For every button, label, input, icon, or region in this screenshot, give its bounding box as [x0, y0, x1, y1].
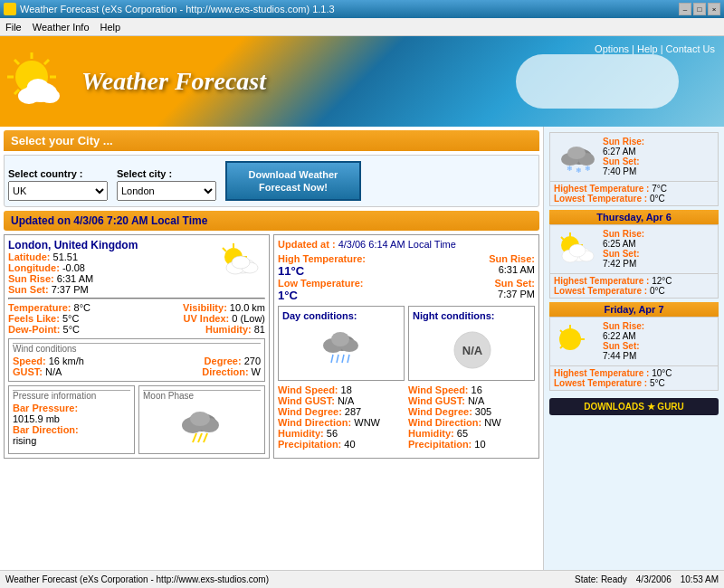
logo-icon	[0, 45, 72, 118]
maximize-button[interactable]: □	[693, 3, 706, 15]
dew-humidity-row: Dew-Point: 5°C Humidity: 81	[8, 324, 265, 335]
wind-direction-value: W	[252, 366, 261, 377]
visibility-label: Visibility:	[183, 302, 227, 313]
left-panel: Select your City ... Select country : UK…	[0, 127, 543, 570]
statusbar-left: Weather Forecast (eXs Corporation - http…	[5, 574, 269, 584]
thursday-temps: Highest Temperature : 12°C Lowest Temper…	[549, 274, 719, 299]
feels-label: Feels Like:	[8, 313, 60, 324]
svg-line-25	[193, 433, 196, 442]
select-city-header: Select your City ...	[4, 130, 539, 151]
wdir-night-label: Wind Direction:	[408, 417, 481, 428]
city-select[interactable]: London	[117, 181, 216, 201]
state-indicator: State: Ready	[575, 574, 627, 584]
app-icon	[4, 3, 16, 15]
sidebar-thursday-text: Sun Rise: 6:25 AM Sun Set: 7:42 PM	[603, 229, 714, 270]
humidity-label: Humidity:	[205, 324, 252, 335]
svg-text:❄: ❄	[576, 166, 582, 175]
header-banner: Weather Forecast Options | Help | Contac…	[0, 36, 724, 127]
city-selector: Select city : London	[117, 168, 216, 201]
fri-sun-set-value: 7:44 PM	[603, 351, 714, 361]
sun-rise-right-label: Sun Rise:	[410, 253, 535, 264]
day-data: Wind Speed: 18 Wind GUST: N/A Wind Degre…	[278, 384, 405, 450]
thu-low-value: 0°C	[650, 286, 665, 296]
hum-night-label: Humidity:	[408, 428, 454, 439]
wg-day-label: Wind GUST:	[278, 395, 335, 406]
wind-gust-label: GUST:	[13, 366, 43, 377]
humidity-value: 81	[254, 324, 265, 335]
svg-point-20	[232, 256, 250, 269]
header-links[interactable]: Options | Help | Contact Us	[595, 43, 715, 54]
day-conditions-icon	[282, 325, 400, 376]
longitude-label: Longitude:	[8, 262, 60, 273]
country-select[interactable]: UK	[8, 181, 108, 201]
app-title: Weather Forecast	[81, 67, 266, 96]
svg-line-8	[14, 90, 19, 94]
svg-line-5	[14, 60, 19, 64]
menu-file[interactable]: File	[5, 22, 22, 33]
close-button[interactable]: ×	[708, 3, 720, 15]
wind-degree-value: 270	[244, 356, 261, 366]
updated-detail: Updated at : 4/3/06 6:14 AM Local Time	[278, 239, 535, 250]
window-title: Weather Forecast (eXs Corporation - http…	[20, 4, 335, 14]
today-sun-set-value: 7:40 PM	[603, 166, 714, 176]
sidebar-thursday-content: Sun Rise: 6:25 AM Sun Set: 7:42 PM	[549, 224, 719, 274]
menu-help[interactable]: Help	[100, 22, 121, 33]
sidebar-friday-icon	[554, 321, 599, 362]
night-conditions-title: Night conditions:	[413, 310, 530, 321]
today-sun-rise-label: Sun Rise:	[603, 137, 644, 147]
low-temp-value: 1°C	[278, 289, 403, 302]
svg-line-16	[223, 248, 226, 251]
menu-weather-info[interactable]: Weather Info	[33, 22, 90, 33]
svg-point-24	[190, 412, 210, 426]
high-temp-section: High Temperature: 11°C	[278, 253, 403, 278]
prec-day-val: 40	[344, 439, 355, 450]
temp-label: Temperature:	[8, 302, 71, 313]
minimize-button[interactable]: –	[679, 3, 691, 15]
thu-sun-rise-label: Sun Rise:	[603, 229, 644, 239]
friday-header: Friday, Apr 7	[549, 302, 719, 317]
prec-night-label: Precipitation:	[408, 439, 472, 450]
dew-label: Dew-Point:	[8, 324, 60, 335]
fri-high-label: Highest Temperature :	[554, 368, 649, 378]
bar-label: Bar Pressure:	[13, 403, 78, 413]
wind-row2: GUST: N/A Direction: W	[13, 366, 261, 377]
svg-point-12	[27, 79, 49, 95]
high-temp-label: High Temperature:	[278, 253, 366, 264]
pressure-section: Pressure information Bar Pressure: 1015.…	[8, 385, 135, 454]
sun-rise-right-value: 6:31 AM	[410, 264, 535, 275]
friday-temps: Highest Temperature : 10°C Lowest Temper…	[549, 366, 719, 391]
sidebar-today-content: ❄ ❄ ❄ Sun Rise: 6:27 AM Sun Set: 7:40 PM	[549, 132, 719, 182]
today-low-label: Lowest Temperature :	[554, 194, 647, 204]
cloud-decoration	[516, 54, 679, 109]
moon-title: Moon Phase	[143, 390, 261, 401]
weather-left-info: London, United Kingdom Latitude: 51.51 L…	[4, 234, 270, 459]
night-data: Wind Speed: 16 Wind GUST: N/A Wind Degre…	[408, 384, 535, 450]
night-conditions-icon: N/A	[413, 325, 530, 376]
thursday-header: Thursday, Apr 6	[549, 210, 719, 224]
high-temp-value: 11°C	[278, 264, 403, 278]
sidebar-scroll[interactable]: ❄ ❄ ❄ Sun Rise: 6:27 AM Sun Set: 7:40 PM…	[548, 130, 720, 566]
state-value: Ready	[601, 574, 627, 584]
svg-text:❄: ❄	[567, 165, 573, 173]
today-sun-set-label: Sun Set:	[603, 156, 640, 166]
wind-degree-label: Degree:	[205, 356, 242, 366]
feels-value: 5°C	[62, 313, 79, 324]
sun-set-right: Sun Set: 7:37 PM	[410, 278, 535, 302]
hum-day-label: Humidity:	[278, 428, 324, 439]
download-button[interactable]: Download Weather Forecast Now!	[225, 161, 361, 201]
night-conditions-panel: Night conditions: N/A	[408, 306, 535, 381]
titlebar: Weather Forecast (eXs Corporation - http…	[0, 0, 724, 18]
thu-sun-set-value: 7:42 PM	[603, 259, 714, 269]
sun-rise-right: Sun Rise: 6:31 AM	[410, 253, 535, 278]
ws-day-val: 18	[341, 384, 352, 395]
fri-sun-set-label: Sun Set:	[603, 341, 640, 351]
wd-night-val: 305	[475, 406, 491, 417]
wind-row1: Speed: 16 km/h Degree: 270	[13, 356, 261, 366]
svg-text:N/A: N/A	[462, 344, 482, 357]
ws-night-label: Wind Speed:	[408, 384, 469, 395]
sun-set-right-label: Sun Set:	[410, 278, 535, 289]
longitude-value: -0.08	[62, 262, 85, 273]
sidebar-today-text: Sun Rise: 6:27 AM Sun Set: 7:40 PM	[603, 137, 714, 177]
feels-uv-row: Feels Like: 5°C UV Index: 0 (Low)	[8, 313, 265, 324]
select-city-row: Select country : UK Select city : London…	[4, 155, 539, 207]
